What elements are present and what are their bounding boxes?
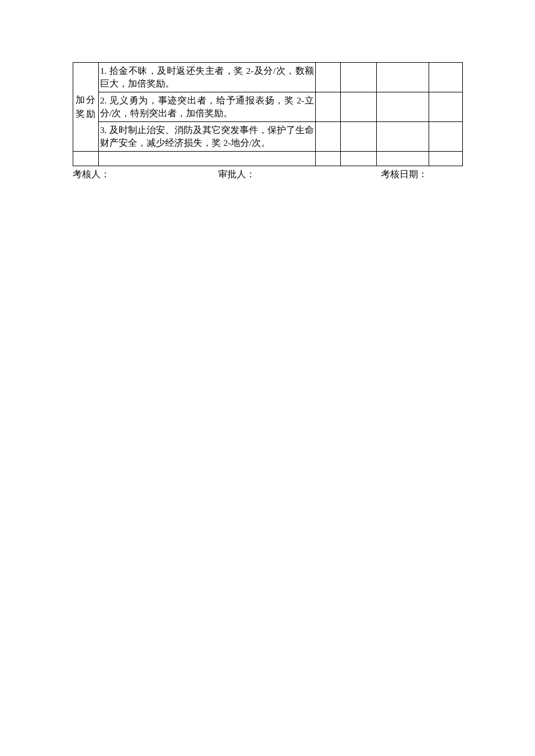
criteria-cell: 3. 及时制止治安、消防及其它突发事件，保护了生命财产安全，减少经济损失，奖 2…: [99, 122, 316, 152]
blank-cell: [73, 152, 99, 166]
table-row: 2. 见义勇为，事迹突出者，给予通报表扬，奖 2-立分/次，特别突出者，加倍奖励…: [73, 92, 463, 122]
table-row: 3. 及时制止治安、消防及其它突发事件，保护了生命财产安全，减少经济损失，奖 2…: [73, 122, 463, 152]
criteria-text: 2. 见义勇为，事迹突出者，给予通报表扬，奖 2-立分/次，特别突出者，加倍奖励…: [100, 95, 314, 118]
assessment-table: 加分奖励 1. 拾金不昧，及时返还失主者，奖 2-及分/次，数额巨大，加倍奖励。…: [73, 62, 463, 166]
criteria-text: 1. 拾金不昧，及时返还失主者，奖 2-及分/次，数额巨大，加倍奖励。: [100, 66, 314, 88]
table-row: [73, 152, 463, 166]
assessor-label: 考核人：: [73, 169, 110, 181]
date-label: 考核日期：: [381, 169, 427, 181]
blank-cell: [377, 152, 429, 166]
blank-cell: [429, 152, 463, 166]
criteria-cell: 2. 见义勇为，事迹突出者，给予通报表扬，奖 2-立分/次，特别突出者，加倍奖励…: [99, 92, 316, 122]
blank-cell: [99, 152, 316, 166]
criteria-text: 3. 及时制止治安、消防及其它突发事件，保护了生命财产安全，减少经济损失，奖 2…: [100, 125, 314, 148]
table-row: 加分奖励 1. 拾金不昧，及时返还失主者，奖 2-及分/次，数额巨大，加倍奖励。: [73, 63, 463, 92]
document-page: 加分奖励 1. 拾金不昧，及时返还失主者，奖 2-及分/次，数额巨大，加倍奖励。…: [0, 0, 535, 756]
score-cell: [316, 92, 341, 122]
score-cell: [429, 63, 463, 92]
blank-cell: [341, 152, 377, 166]
approver-label: 审批人：: [218, 169, 255, 181]
category-cell: 加分奖励: [73, 63, 99, 152]
criteria-cell: 1. 拾金不昧，及时返还失主者，奖 2-及分/次，数额巨大，加倍奖励。: [99, 63, 316, 92]
score-cell: [377, 92, 429, 122]
category-label: 加分奖励: [76, 95, 97, 119]
blank-cell: [316, 152, 341, 166]
score-cell: [341, 122, 377, 152]
score-cell: [316, 122, 341, 152]
assessment-table-wrap: 加分奖励 1. 拾金不昧，及时返还失主者，奖 2-及分/次，数额巨大，加倍奖励。…: [73, 62, 462, 166]
score-cell: [429, 92, 463, 122]
score-cell: [341, 92, 377, 122]
score-cell: [341, 63, 377, 92]
score-cell: [377, 122, 429, 152]
score-cell: [377, 63, 429, 92]
score-cell: [429, 122, 463, 152]
score-cell: [316, 63, 341, 92]
